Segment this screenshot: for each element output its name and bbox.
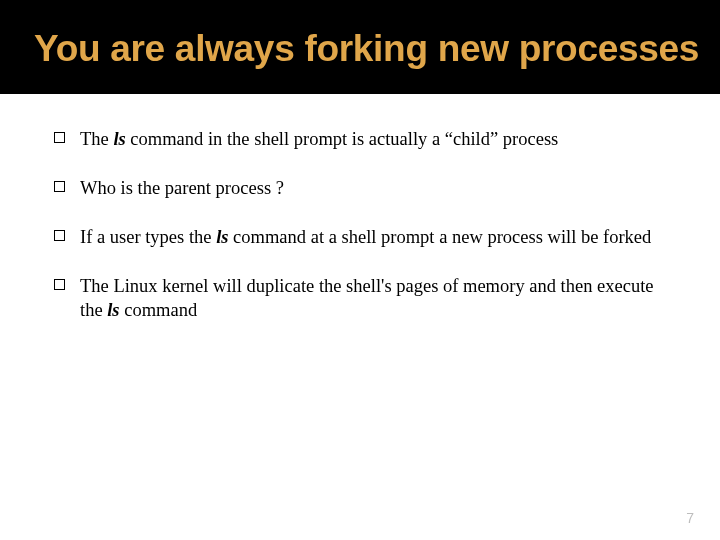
bullet-text-post: command in the shell prompt is actually …	[126, 129, 559, 149]
bullet-item: If a user types the ls command at a shel…	[54, 226, 680, 249]
bullet-item: The ls command in the shell prompt is ac…	[54, 128, 680, 151]
slide: You are always forking new processes The…	[0, 0, 720, 540]
checkbox-icon	[54, 132, 65, 143]
bullet-text-post: command at a shell prompt a new process …	[228, 227, 651, 247]
bullet-cmd: ls	[113, 129, 125, 149]
checkbox-icon	[54, 279, 65, 290]
bullet-cmd: ls	[216, 227, 228, 247]
slide-body: The ls command in the shell prompt is ac…	[0, 94, 720, 322]
title-band: You are always forking new processes	[0, 0, 720, 94]
bullet-text-post: command	[120, 300, 198, 320]
checkbox-icon	[54, 181, 65, 192]
bullet-cmd: ls	[107, 300, 119, 320]
slide-title: You are always forking new processes	[34, 28, 720, 70]
bullet-text-pre: Who is the parent process ?	[80, 178, 284, 198]
bullet-item: The Linux kernel will duplicate the shel…	[54, 275, 680, 321]
page-number: 7	[686, 510, 694, 526]
bullet-text-pre: The	[80, 129, 113, 149]
checkbox-icon	[54, 230, 65, 241]
bullet-item: Who is the parent process ?	[54, 177, 680, 200]
bullet-text-pre: If a user types the	[80, 227, 216, 247]
